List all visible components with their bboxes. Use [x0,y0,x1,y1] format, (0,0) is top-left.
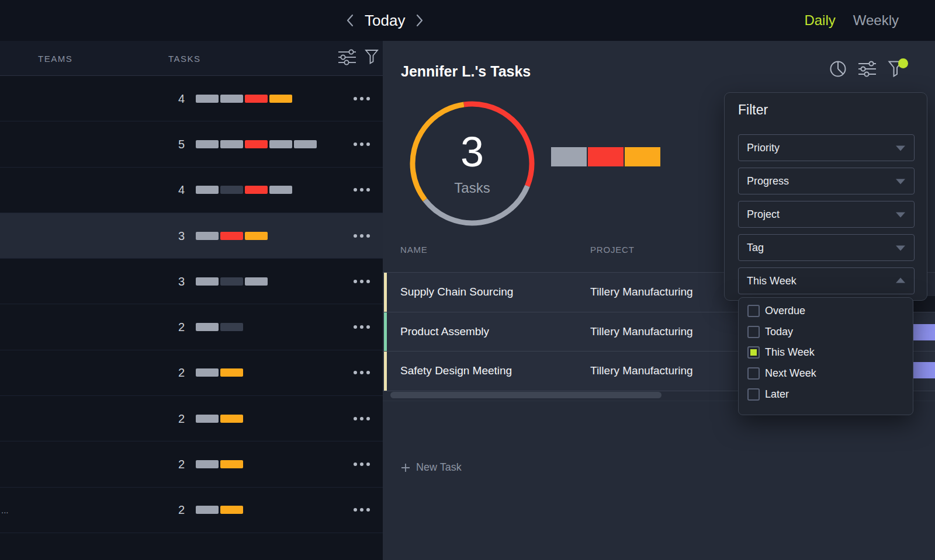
task-count: 4 [166,92,185,105]
ellipsis-menu-icon[interactable] [354,508,370,512]
new-task-button[interactable]: New Task [401,461,462,474]
team-row[interactable]: 3 [0,259,383,304]
team-row[interactable]: 2 [0,350,383,396]
task-count: 2 [166,321,185,334]
option-next-week[interactable]: Next Week [739,363,913,384]
chevron-right-icon[interactable] [413,11,426,30]
task-color-stripe [384,273,387,312]
teams-panel: TEAMS TASKS 4 5 [0,41,383,560]
option-overdue[interactable]: Overdue [739,301,913,322]
task-project: Tillery Manufacturing [590,325,693,338]
ellipsis-menu-icon[interactable] [354,371,370,374]
task-count: 2 [166,458,185,471]
week-dropdown-list: Overdue Today This Week Next Week Later [738,297,913,415]
task-count: 3 [166,274,185,288]
tasks-donut-chart: 3 Tasks [407,99,537,228]
task-name: Supply Chain Sourcing [400,286,513,298]
teams-column-header: TEAMS [38,53,72,63]
option-today[interactable]: Today [739,322,913,343]
task-name: Product Assembly [400,325,489,338]
team-row[interactable]: 2 [0,304,383,350]
task-status-segments [196,323,243,331]
team-row[interactable]: ... 2 [0,488,383,533]
team-row[interactable]: 5 [0,121,383,167]
status-summary-bar [551,147,660,166]
filter-dropdown-progress[interactable]: Progress [738,168,915,194]
donut-label: Tasks [454,180,490,196]
task-count: 2 [166,366,185,380]
task-status-segments [196,415,243,423]
checkbox[interactable] [747,388,760,401]
tab-daily[interactable]: Daily [804,12,835,29]
filter-funnel-icon[interactable] [888,60,903,78]
task-count: 2 [166,412,185,425]
task-name: Safety Design Meeting [400,364,512,377]
task-count: 4 [166,183,185,197]
pie-chart-icon[interactable] [829,60,847,78]
filter-panel-title: Filter [738,102,768,118]
chevron-left-icon[interactable] [344,11,356,30]
task-project: Tillery Manufacturing [590,364,693,377]
ellipsis-menu-icon[interactable] [354,325,370,329]
timeline-bar [913,324,935,340]
name-column-header: NAME [400,245,428,255]
task-project: Tillery Manufacturing [590,286,693,298]
team-row[interactable]: 4 [0,168,383,213]
checkbox-checked[interactable] [747,346,760,359]
filter-funnel-icon[interactable] [365,49,379,67]
tasks-column-header: TASKS [168,53,201,63]
chevron-down-icon [896,212,905,217]
new-task-label: New Task [416,461,462,474]
donut-value: 3 [460,131,484,173]
filter-dropdown-priority[interactable]: Priority [738,134,915,161]
ellipsis-menu-icon[interactable] [354,188,370,192]
ellipsis-menu-icon[interactable] [354,234,370,238]
teams-panel-header: TEAMS TASKS [0,41,383,76]
team-row[interactable]: 4 [0,76,383,121]
ellipsis-menu-icon[interactable] [354,462,370,466]
timeline-bar [913,362,935,378]
horizontal-scrollbar[interactable] [390,392,662,398]
task-status-segments [196,140,317,148]
checkbox[interactable] [747,326,760,338]
filter-dropdown-week[interactable]: This Week [738,267,915,294]
task-status-segments [196,506,243,514]
sliders-icon[interactable] [857,60,877,78]
task-status-segments [196,232,268,240]
ellipsis-menu-icon[interactable] [354,97,370,100]
tab-weekly[interactable]: Weekly [853,12,899,29]
team-row[interactable]: 2 [0,396,383,441]
chevron-down-icon [896,145,905,151]
option-later[interactable]: Later [739,384,913,405]
filter-active-dot [898,58,908,68]
filter-dropdown-tag[interactable]: Tag [738,234,915,261]
sliders-icon[interactable] [337,48,357,68]
team-row[interactable]: 2 [0,441,383,487]
task-count: 5 [166,137,185,151]
panel-title: Jennifer L.'s Tasks [401,63,531,80]
task-count: 3 [166,229,185,242]
task-status-segments [196,460,243,468]
chevron-down-icon [896,179,905,184]
date-navigation: Today [344,0,426,41]
task-count: 2 [166,503,185,517]
option-this-week[interactable]: This Week [739,342,913,363]
ellipsis-menu-icon[interactable] [354,417,370,420]
ellipsis-menu-icon[interactable] [354,280,370,283]
top-bar: Today Daily Weekly [0,0,935,41]
team-row-selected[interactable]: 3 [0,213,383,259]
team-name-truncated: ... [1,505,9,515]
task-color-stripe [384,352,387,391]
panel-toolbar [829,60,903,78]
plus-icon [401,463,410,472]
task-status-segments [196,277,268,286]
checkbox[interactable] [747,305,760,317]
task-status-segments [196,368,243,377]
ellipsis-menu-icon[interactable] [354,142,370,146]
filter-dropdown-project[interactable]: Project [738,201,915,228]
task-status-segments [196,186,292,194]
view-switcher: Daily Weekly [804,0,899,41]
filter-panel: Filter Priority Progress Project Tag Thi… [724,92,927,301]
checkbox[interactable] [747,367,760,380]
task-color-stripe [384,312,387,352]
